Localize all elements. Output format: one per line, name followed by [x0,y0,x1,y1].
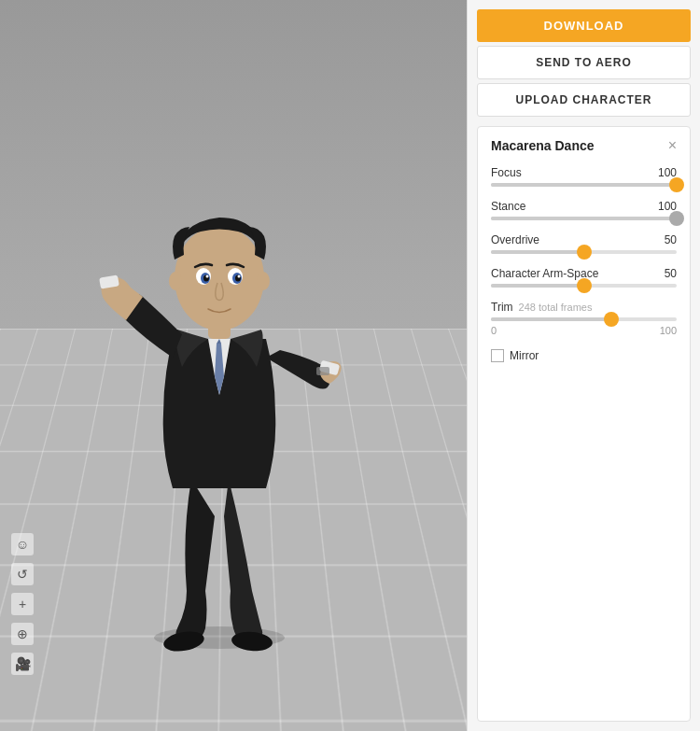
trim-max-label: 100 [660,325,677,336]
right-panel: DOWNLOAD SEND TO AERO UPLOAD CHARACTER M… [467,0,700,731]
svg-point-16 [257,272,270,290]
panel-title: Macarena Dance [491,138,595,153]
svg-point-14 [238,275,241,278]
viewport: ☺ ↺ + ⊕ 🎥 [0,0,467,731]
icon-add[interactable]: + [11,593,34,615]
arm-space-track[interactable] [491,284,677,288]
svg-rect-17 [316,367,329,375]
svg-point-15 [169,272,182,290]
focus-track[interactable] [491,183,677,187]
character-figure [79,134,359,656]
overdrive-slider-row: Overdrive 50 [491,233,677,254]
svg-point-13 [206,275,209,278]
mirror-label: Mirror [510,349,539,362]
mirror-checkbox[interactable] [491,349,504,362]
arm-space-value: 50 [665,267,677,280]
send-to-aero-button[interactable]: SEND TO AERO [477,46,691,79]
overdrive-label: Overdrive [491,233,539,246]
action-buttons: DOWNLOAD SEND TO AERO UPLOAD CHARACTER [468,0,700,126]
trim-sublabel: 248 total frames [519,302,593,313]
trim-track[interactable] [491,317,677,321]
overdrive-value: 50 [665,233,677,246]
focus-slider-row: Focus 100 [491,166,677,187]
overdrive-track[interactable] [491,250,677,254]
icon-undo[interactable]: ↺ [11,563,34,585]
upload-character-button[interactable]: UPLOAD CHARACTER [477,83,691,117]
mirror-row: Mirror [491,349,677,362]
stance-slider-row: Stance 100 [491,200,677,220]
arm-space-slider-row: Character Arm-Space 50 [491,267,677,288]
focus-label: Focus [491,166,522,179]
icon-settings[interactable]: ⊕ [11,623,34,645]
icon-camera[interactable]: 🎥 [11,653,34,675]
trim-label: Trim [491,301,513,314]
svg-point-6 [175,226,264,330]
settings-panel: Macarena Dance × Focus 100 Stance 100 [477,126,691,722]
stance-track[interactable] [491,217,677,220]
icon-face[interactable]: ☺ [11,533,34,555]
trim-slider-row: Trim 248 total frames 0 100 [491,301,677,336]
left-toolbar: ☺ ↺ + ⊕ 🎥 [11,533,34,675]
panel-close-button[interactable]: × [668,138,677,153]
trim-min-label: 0 [491,325,497,336]
download-button[interactable]: DOWNLOAD [477,9,691,42]
stance-label: Stance [491,200,525,213]
panel-header: Macarena Dance × [491,138,677,153]
